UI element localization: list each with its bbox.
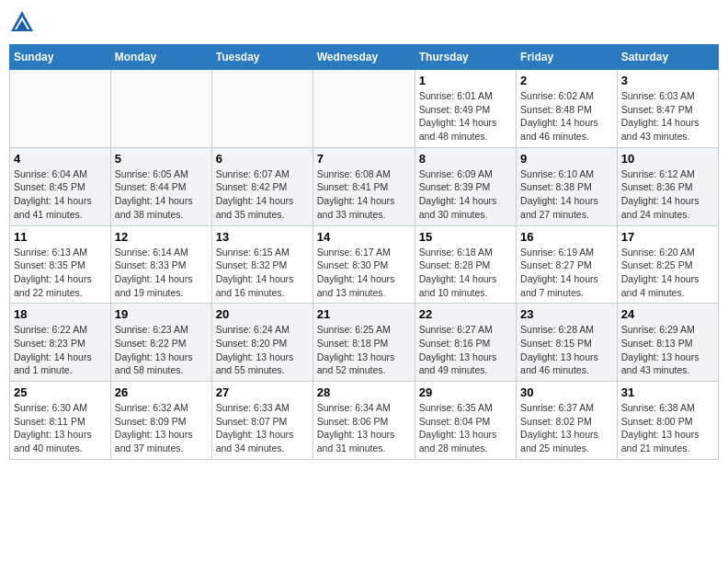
- day-number: 2: [520, 74, 613, 87]
- calendar-week-row: 25Sunrise: 6:30 AM Sunset: 8:11 PM Dayli…: [10, 382, 719, 460]
- day-info: Sunrise: 6:15 AM Sunset: 8:32 PM Dayligh…: [216, 246, 309, 300]
- calendar-day-cell: 31Sunrise: 6:38 AM Sunset: 8:00 PM Dayli…: [617, 382, 718, 460]
- day-info: Sunrise: 6:13 AM Sunset: 8:35 PM Dayligh…: [14, 246, 107, 300]
- day-info: Sunrise: 6:38 AM Sunset: 8:00 PM Dayligh…: [621, 401, 714, 455]
- calendar-day-header: Sunday: [10, 45, 111, 70]
- day-number: 25: [14, 385, 107, 399]
- day-info: Sunrise: 6:19 AM Sunset: 8:27 PM Dayligh…: [520, 246, 613, 300]
- calendar-day-header: Saturday: [617, 45, 718, 70]
- day-info: Sunrise: 6:04 AM Sunset: 8:45 PM Dayligh…: [14, 167, 107, 222]
- logo: [9, 9, 39, 35]
- day-info: Sunrise: 6:01 AM Sunset: 8:49 PM Dayligh…: [419, 89, 512, 144]
- day-number: 23: [520, 307, 613, 321]
- day-info: Sunrise: 6:03 AM Sunset: 8:47 PM Dayligh…: [621, 89, 714, 144]
- calendar-day-cell: 17Sunrise: 6:20 AM Sunset: 8:25 PM Dayli…: [617, 225, 718, 304]
- day-number: 27: [216, 385, 309, 399]
- day-number: 7: [317, 152, 411, 166]
- day-number: 17: [621, 230, 714, 244]
- day-number: 18: [14, 307, 107, 321]
- day-number: 3: [621, 74, 714, 87]
- day-info: Sunrise: 6:12 AM Sunset: 8:36 PM Dayligh…: [621, 167, 714, 222]
- day-info: Sunrise: 6:18 AM Sunset: 8:28 PM Dayligh…: [419, 246, 512, 300]
- day-info: Sunrise: 6:33 AM Sunset: 8:07 PM Dayligh…: [216, 401, 309, 455]
- day-info: Sunrise: 6:37 AM Sunset: 8:02 PM Dayligh…: [520, 401, 613, 455]
- day-number: 20: [216, 307, 309, 321]
- day-number: 22: [419, 307, 512, 321]
- day-info: Sunrise: 6:35 AM Sunset: 8:04 PM Dayligh…: [419, 401, 512, 455]
- calendar-day-cell: 16Sunrise: 6:19 AM Sunset: 8:27 PM Dayli…: [517, 225, 618, 304]
- day-info: Sunrise: 6:25 AM Sunset: 8:18 PM Dayligh…: [317, 323, 411, 377]
- calendar-table: SundayMondayTuesdayWednesdayThursdayFrid…: [9, 44, 719, 460]
- calendar-day-cell: 11Sunrise: 6:13 AM Sunset: 8:35 PM Dayli…: [10, 225, 111, 304]
- calendar-week-row: 11Sunrise: 6:13 AM Sunset: 8:35 PM Dayli…: [10, 225, 719, 304]
- calendar-day-cell: [313, 70, 415, 148]
- calendar-day-cell: 23Sunrise: 6:28 AM Sunset: 8:15 PM Dayli…: [517, 304, 618, 382]
- day-info: Sunrise: 6:22 AM Sunset: 8:23 PM Dayligh…: [14, 323, 107, 377]
- calendar-day-cell: 18Sunrise: 6:22 AM Sunset: 8:23 PM Dayli…: [10, 304, 111, 382]
- calendar-day-cell: 26Sunrise: 6:32 AM Sunset: 8:09 PM Dayli…: [110, 382, 211, 460]
- day-info: Sunrise: 6:10 AM Sunset: 8:38 PM Dayligh…: [520, 167, 613, 222]
- day-info: Sunrise: 6:32 AM Sunset: 8:09 PM Dayligh…: [115, 401, 208, 455]
- calendar-day-cell: [211, 70, 313, 148]
- day-number: 12: [115, 230, 208, 244]
- day-number: 9: [520, 152, 613, 166]
- calendar-day-cell: 21Sunrise: 6:25 AM Sunset: 8:18 PM Dayli…: [313, 304, 415, 382]
- day-number: 24: [621, 307, 714, 321]
- day-info: Sunrise: 6:24 AM Sunset: 8:20 PM Dayligh…: [216, 323, 309, 377]
- day-info: Sunrise: 6:28 AM Sunset: 8:15 PM Dayligh…: [520, 323, 613, 377]
- day-number: 29: [419, 385, 512, 399]
- day-number: 4: [14, 152, 107, 166]
- calendar-day-cell: 20Sunrise: 6:24 AM Sunset: 8:20 PM Dayli…: [211, 304, 313, 382]
- day-info: Sunrise: 6:29 AM Sunset: 8:13 PM Dayligh…: [621, 323, 714, 377]
- calendar-day-cell: 12Sunrise: 6:14 AM Sunset: 8:33 PM Dayli…: [110, 225, 211, 304]
- calendar-day-cell: 25Sunrise: 6:30 AM Sunset: 8:11 PM Dayli…: [10, 382, 111, 460]
- day-number: 6: [216, 152, 309, 166]
- day-number: 10: [621, 152, 714, 166]
- calendar-day-cell: 4Sunrise: 6:04 AM Sunset: 8:45 PM Daylig…: [10, 147, 111, 225]
- calendar-day-cell: 22Sunrise: 6:27 AM Sunset: 8:16 PM Dayli…: [415, 304, 516, 382]
- day-info: Sunrise: 6:02 AM Sunset: 8:48 PM Dayligh…: [520, 89, 613, 144]
- calendar-header-row: SundayMondayTuesdayWednesdayThursdayFrid…: [10, 45, 719, 70]
- calendar-day-cell: 13Sunrise: 6:15 AM Sunset: 8:32 PM Dayli…: [211, 225, 313, 304]
- calendar-day-cell: 2Sunrise: 6:02 AM Sunset: 8:48 PM Daylig…: [517, 70, 618, 148]
- calendar-day-cell: 5Sunrise: 6:05 AM Sunset: 8:44 PM Daylig…: [110, 147, 211, 225]
- day-number: 30: [520, 385, 613, 399]
- day-number: 28: [317, 385, 411, 399]
- calendar-day-cell: [110, 70, 211, 148]
- day-info: Sunrise: 6:17 AM Sunset: 8:30 PM Dayligh…: [317, 246, 411, 300]
- day-number: 13: [216, 230, 309, 244]
- calendar-day-cell: 3Sunrise: 6:03 AM Sunset: 8:47 PM Daylig…: [617, 70, 718, 148]
- calendar-week-row: 4Sunrise: 6:04 AM Sunset: 8:45 PM Daylig…: [10, 147, 719, 225]
- calendar-day-cell: 28Sunrise: 6:34 AM Sunset: 8:06 PM Dayli…: [313, 382, 415, 460]
- day-info: Sunrise: 6:07 AM Sunset: 8:42 PM Dayligh…: [216, 167, 309, 222]
- day-info: Sunrise: 6:08 AM Sunset: 8:41 PM Dayligh…: [317, 167, 411, 222]
- day-number: 19: [115, 307, 208, 321]
- day-info: Sunrise: 6:23 AM Sunset: 8:22 PM Dayligh…: [115, 323, 208, 377]
- calendar-day-cell: 30Sunrise: 6:37 AM Sunset: 8:02 PM Dayli…: [517, 382, 618, 460]
- day-number: 5: [115, 152, 208, 166]
- calendar-day-cell: 24Sunrise: 6:29 AM Sunset: 8:13 PM Dayli…: [617, 304, 718, 382]
- day-info: Sunrise: 6:30 AM Sunset: 8:11 PM Dayligh…: [14, 401, 107, 455]
- calendar-week-row: 18Sunrise: 6:22 AM Sunset: 8:23 PM Dayli…: [10, 304, 719, 382]
- logo-icon: [9, 9, 35, 35]
- day-info: Sunrise: 6:09 AM Sunset: 8:39 PM Dayligh…: [419, 167, 512, 222]
- calendar-day-cell: 29Sunrise: 6:35 AM Sunset: 8:04 PM Dayli…: [415, 382, 516, 460]
- calendar-day-header: Tuesday: [211, 45, 313, 70]
- day-number: 31: [621, 385, 714, 399]
- day-info: Sunrise: 6:20 AM Sunset: 8:25 PM Dayligh…: [621, 246, 714, 300]
- day-number: 21: [317, 307, 411, 321]
- calendar-day-cell: 19Sunrise: 6:23 AM Sunset: 8:22 PM Dayli…: [110, 304, 211, 382]
- calendar-day-cell: 8Sunrise: 6:09 AM Sunset: 8:39 PM Daylig…: [415, 147, 516, 225]
- calendar-day-header: Wednesday: [313, 45, 415, 70]
- day-number: 16: [520, 230, 613, 244]
- day-info: Sunrise: 6:14 AM Sunset: 8:33 PM Dayligh…: [115, 246, 208, 300]
- day-number: 1: [419, 74, 512, 87]
- calendar-day-cell: 9Sunrise: 6:10 AM Sunset: 8:38 PM Daylig…: [517, 147, 618, 225]
- day-number: 15: [419, 230, 512, 244]
- calendar-day-cell: 27Sunrise: 6:33 AM Sunset: 8:07 PM Dayli…: [211, 382, 313, 460]
- calendar-day-header: Monday: [110, 45, 211, 70]
- calendar-day-cell: [10, 70, 111, 148]
- calendar-day-cell: 1Sunrise: 6:01 AM Sunset: 8:49 PM Daylig…: [415, 70, 516, 148]
- day-info: Sunrise: 6:05 AM Sunset: 8:44 PM Dayligh…: [115, 167, 208, 222]
- page-header: [9, 9, 719, 35]
